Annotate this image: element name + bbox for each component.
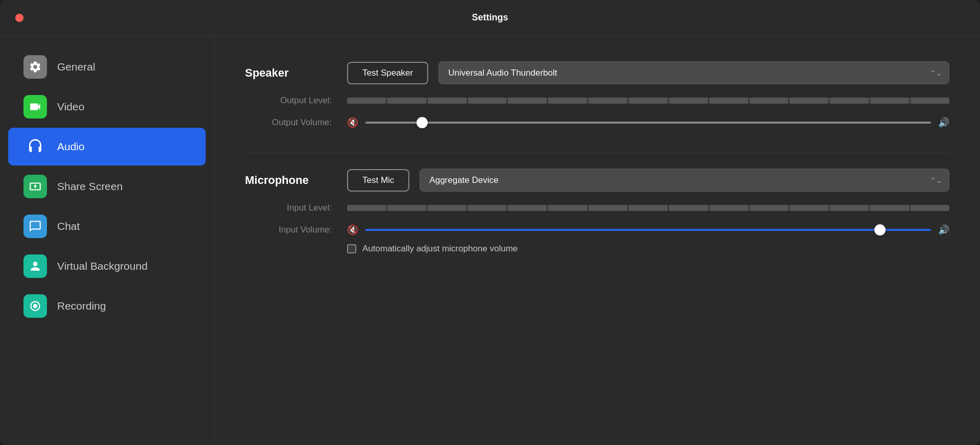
speaker-label: Speaker — [245, 66, 347, 80]
in-level-seg-3 — [428, 205, 467, 211]
general-icon — [23, 55, 47, 79]
audio-label: Audio — [57, 140, 85, 153]
level-seg-3 — [428, 98, 467, 104]
output-level-bar — [347, 98, 949, 104]
sidebar-item-share-screen[interactable]: Share Screen — [8, 168, 206, 205]
test-speaker-button[interactable]: Test Speaker — [347, 62, 428, 84]
level-seg-2 — [387, 98, 426, 104]
output-level-label: Output Level: — [245, 96, 347, 106]
audio-icon — [23, 135, 47, 158]
sidebar-item-chat[interactable]: Chat — [8, 207, 206, 245]
input-level-bar — [347, 205, 949, 211]
in-level-seg-13 — [830, 205, 869, 211]
output-volume-label: Output Volume: — [245, 118, 347, 128]
input-slider-thumb[interactable] — [874, 224, 886, 236]
input-slider-fill — [365, 229, 880, 231]
main-content: Speaker Test Speaker Universal Audio Thu… — [214, 36, 980, 445]
sidebar-item-general[interactable]: General — [8, 48, 206, 86]
output-volume-controls: 🔇 🔊 — [347, 117, 949, 128]
share-screen-label: Share Screen — [57, 180, 122, 193]
chat-icon — [23, 215, 47, 238]
input-volume-label: Input Volume: — [245, 225, 347, 235]
volume-high-icon: 🔊 — [938, 117, 949, 128]
sidebar-item-video[interactable]: Video — [8, 88, 206, 126]
in-level-seg-2 — [387, 205, 426, 211]
titlebar: Settings — [0, 0, 980, 36]
svg-point-1 — [33, 304, 38, 309]
input-volume-row: Input Volume: 🔇 🔊 — [245, 224, 949, 236]
microphone-section: Microphone Test Mic Aggregate Device ⌃⌄ … — [245, 169, 949, 254]
level-seg-11 — [750, 98, 789, 104]
speaker-row: Speaker Test Speaker Universal Audio Thu… — [245, 61, 949, 84]
level-seg-14 — [870, 98, 909, 104]
in-level-seg-10 — [709, 205, 748, 211]
sidebar-item-virtual-background[interactable]: Virtual Background — [8, 247, 206, 285]
auto-adjust-row: Automatically adjust microphone volume — [245, 244, 949, 254]
level-seg-12 — [790, 98, 828, 104]
speaker-device-wrap: Universal Audio Thunderbolt ⌃⌄ — [438, 61, 949, 84]
in-level-seg-11 — [750, 205, 789, 211]
in-level-seg-8 — [629, 205, 668, 211]
in-level-seg-1 — [347, 205, 386, 211]
level-seg-5 — [508, 98, 547, 104]
in-level-seg-14 — [870, 205, 909, 211]
auto-adjust-checkbox[interactable] — [347, 244, 356, 253]
recording-icon — [23, 294, 47, 318]
mic-device-select[interactable]: Aggregate Device — [420, 169, 949, 192]
video-label: Video — [57, 101, 84, 113]
level-seg-13 — [830, 98, 869, 104]
level-seg-6 — [548, 98, 587, 104]
in-level-seg-4 — [468, 205, 507, 211]
level-seg-1 — [347, 98, 386, 104]
general-label: General — [57, 61, 95, 73]
in-level-seg-6 — [548, 205, 587, 211]
input-slider-track — [365, 229, 931, 231]
in-level-seg-12 — [790, 205, 828, 211]
level-seg-15 — [911, 98, 949, 104]
virtual-background-label: Virtual Background — [57, 260, 148, 272]
input-level-label: Input Level: — [245, 203, 347, 213]
chat-label: Chat — [57, 220, 80, 232]
sidebar-item-recording[interactable]: Recording — [8, 287, 206, 325]
in-level-seg-5 — [508, 205, 547, 211]
input-volume-controls: 🔇 🔊 — [347, 224, 949, 236]
close-button[interactable] — [15, 14, 23, 22]
mic-device-wrap: Aggregate Device ⌃⌄ — [420, 169, 949, 192]
in-level-seg-15 — [911, 205, 949, 211]
in-level-seg-9 — [669, 205, 708, 211]
recording-label: Recording — [57, 300, 106, 312]
output-level-row: Output Level: — [245, 96, 949, 106]
volume-low-icon: 🔇 — [347, 117, 358, 128]
output-slider-thumb[interactable] — [416, 117, 428, 128]
in-level-seg-7 — [589, 205, 627, 211]
share-screen-icon — [23, 175, 47, 198]
output-slider-fill — [365, 122, 422, 124]
auto-adjust-checkbox-row: Automatically adjust microphone volume — [347, 244, 518, 254]
input-volume-slider[interactable] — [365, 225, 931, 235]
video-icon — [23, 95, 47, 119]
input-level-row: Input Level: — [245, 203, 949, 213]
virtual-background-icon — [23, 254, 47, 278]
sidebar-item-audio[interactable]: Audio — [8, 128, 206, 166]
mic-volume-low-icon: 🔇 — [347, 224, 358, 236]
level-seg-9 — [669, 98, 708, 104]
level-seg-4 — [468, 98, 507, 104]
section-divider — [245, 153, 949, 153]
level-seg-8 — [629, 98, 668, 104]
level-seg-10 — [709, 98, 748, 104]
output-slider-track — [365, 122, 931, 124]
mic-volume-high-icon: 🔊 — [938, 224, 949, 236]
auto-adjust-label: Automatically adjust microphone volume — [362, 244, 518, 254]
output-volume-row: Output Volume: 🔇 🔊 — [245, 117, 949, 128]
speaker-device-select[interactable]: Universal Audio Thunderbolt — [438, 61, 949, 84]
window-title: Settings — [472, 12, 508, 23]
test-mic-button[interactable]: Test Mic — [347, 169, 409, 192]
settings-window: Settings General Video — [0, 0, 980, 445]
content-area: General Video Audio — [0, 36, 980, 445]
speaker-section: Speaker Test Speaker Universal Audio Thu… — [245, 61, 949, 128]
microphone-row: Microphone Test Mic Aggregate Device ⌃⌄ — [245, 169, 949, 192]
sidebar: General Video Audio — [0, 36, 214, 445]
output-volume-slider[interactable] — [365, 118, 931, 128]
microphone-label: Microphone — [245, 174, 347, 187]
level-seg-7 — [589, 98, 627, 104]
